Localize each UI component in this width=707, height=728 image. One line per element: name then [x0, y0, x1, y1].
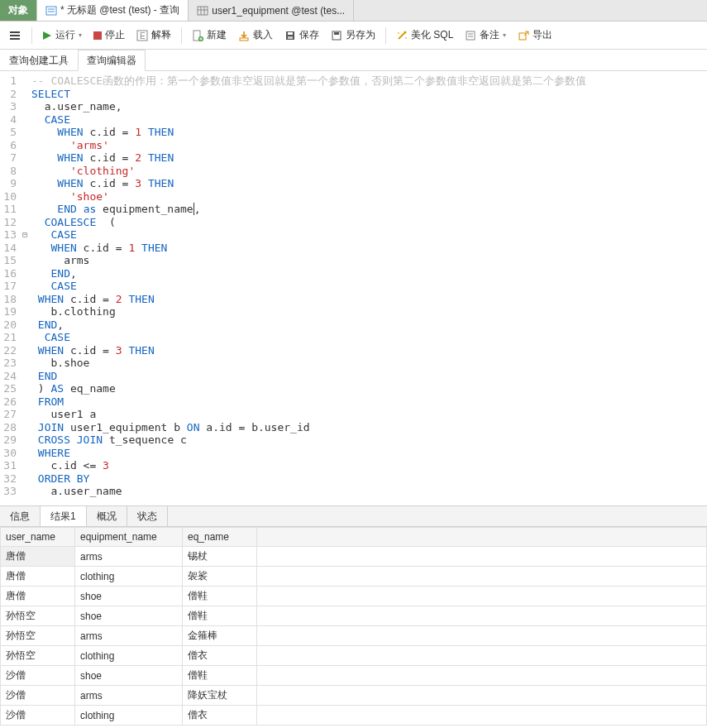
code-line[interactable]: CASE	[31, 331, 705, 344]
table-row[interactable]: 唐僧arms锡杖	[1, 547, 707, 567]
fold-marker[interactable]	[20, 305, 30, 318]
tab-info[interactable]: 信息	[0, 506, 41, 526]
fold-marker[interactable]	[20, 100, 30, 113]
tab-objects[interactable]: 对象	[0, 0, 37, 21]
new-button[interactable]: 新建	[187, 26, 232, 45]
fold-marker[interactable]	[20, 370, 30, 383]
table-row[interactable]: 孙悟空arms金箍棒	[1, 626, 707, 646]
code-line[interactable]: -- COALESCE函数的作用：第一个参数值非空返回就是第一个参数值，否则第二…	[31, 74, 705, 88]
table-cell[interactable]: arms	[75, 547, 183, 567]
code-line[interactable]: 'clothing'	[31, 165, 705, 178]
fold-marker[interactable]	[20, 421, 30, 434]
code-line[interactable]: END as equipment_name,	[31, 203, 705, 216]
tab-profile[interactable]: 概况	[87, 506, 127, 526]
fold-marker[interactable]	[20, 331, 30, 344]
table-cell[interactable]: 僧鞋	[183, 606, 257, 626]
code-line[interactable]: JOIN user1_equipment b ON a.id = b.user_…	[31, 421, 705, 434]
table-cell[interactable]: 唐僧	[1, 567, 75, 587]
export-button[interactable]: 导出	[513, 26, 557, 45]
run-button[interactable]: 运行 ▾	[37, 26, 87, 45]
code-line[interactable]: arms	[31, 254, 705, 267]
table-cell[interactable]: clothing	[75, 706, 183, 726]
table-cell[interactable]: 袈裟	[183, 567, 257, 587]
beautify-button[interactable]: 美化 SQL	[391, 26, 458, 45]
code-line[interactable]: b.shoe	[31, 357, 705, 370]
fold-marker[interactable]	[20, 447, 30, 460]
column-header[interactable]: equipment_name	[75, 528, 183, 547]
sql-editor[interactable]: 1234567891011121314151617181920212223242…	[0, 71, 707, 505]
fold-marker[interactable]	[20, 280, 30, 293]
code-line[interactable]: WHERE	[31, 447, 705, 460]
fold-marker[interactable]	[20, 293, 30, 306]
fold-marker[interactable]	[20, 165, 30, 178]
code-line[interactable]: SELECT	[31, 88, 705, 101]
code-line[interactable]: a.user_name	[31, 485, 705, 498]
table-cell[interactable]: arms	[75, 626, 183, 646]
table-cell[interactable]: 沙僧	[1, 666, 75, 686]
tab-query[interactable]: * 无标题 @test (test) - 查询	[37, 0, 189, 21]
table-cell[interactable]: 沙僧	[1, 686, 75, 706]
code-line[interactable]: FROM	[31, 395, 705, 409]
table-cell[interactable]: 僧鞋	[183, 587, 257, 606]
table-cell[interactable]: 金箍棒	[183, 626, 257, 646]
save-button[interactable]: 保存	[279, 26, 324, 45]
fold-marker[interactable]	[20, 74, 30, 88]
result-grid[interactable]: user_nameequipment_nameeq_name唐僧arms锡杖唐僧…	[0, 527, 707, 726]
table-cell[interactable]: shoe	[75, 587, 183, 606]
code-line[interactable]: END,	[31, 318, 705, 332]
table-cell[interactable]: 僧鞋	[183, 666, 257, 686]
fold-marker[interactable]	[20, 177, 30, 190]
code-line[interactable]: b.clothing	[31, 305, 705, 318]
code-line[interactable]: CASE	[31, 228, 705, 242]
explain-button[interactable]: E 解释	[131, 26, 176, 45]
code-line[interactable]: WHEN c.id = 1 THEN	[31, 126, 705, 139]
fold-marker[interactable]	[20, 472, 30, 486]
tab-table[interactable]: user1_equipment @test (tes...	[189, 0, 354, 21]
fold-marker[interactable]	[20, 485, 30, 498]
table-cell[interactable]: 唐僧	[1, 547, 75, 567]
table-cell[interactable]: 孙悟空	[1, 626, 75, 646]
table-row[interactable]: 沙僧shoe僧鞋	[1, 666, 707, 686]
table-cell[interactable]: arms	[75, 686, 183, 706]
table-cell[interactable]: 僧衣	[183, 646, 257, 666]
code-line[interactable]: WHEN c.id = 2 THEN	[31, 293, 705, 306]
table-row[interactable]: 孙悟空shoe僧鞋	[1, 606, 707, 626]
code-line[interactable]: END	[31, 370, 705, 383]
code-line[interactable]: WHEN c.id = 2 THEN	[31, 151, 705, 165]
tab-builder[interactable]: 查询创建工具	[0, 50, 78, 70]
code-line[interactable]: WHEN c.id = 3 THEN	[31, 177, 705, 190]
fold-marker[interactable]	[20, 382, 30, 395]
table-row[interactable]: 沙僧clothing僧衣	[1, 706, 707, 726]
fold-marker[interactable]	[20, 126, 30, 139]
tab-status[interactable]: 状态	[127, 506, 168, 526]
menu-button[interactable]	[3, 27, 26, 44]
stop-button[interactable]: 停止	[88, 26, 130, 45]
code-line[interactable]: END,	[31, 267, 705, 280]
table-cell[interactable]: clothing	[75, 646, 183, 666]
notes-button[interactable]: 备注 ▾	[460, 26, 511, 45]
fold-marker[interactable]	[20, 433, 30, 447]
code-line[interactable]: CROSS JOIN t_sequence c	[31, 433, 705, 447]
code-line[interactable]: WHEN c.id = 1 THEN	[31, 242, 705, 255]
fold-marker[interactable]	[20, 216, 30, 229]
table-cell[interactable]: 锡杖	[183, 547, 257, 567]
table-cell[interactable]: 孙悟空	[1, 646, 75, 666]
code-line[interactable]: 'shoe'	[31, 190, 705, 204]
fold-marker[interactable]	[20, 254, 30, 267]
fold-marker[interactable]	[20, 113, 30, 127]
table-row[interactable]: 唐僧clothing袈裟	[1, 567, 707, 587]
code-line[interactable]: ) AS eq_name	[31, 382, 705, 395]
fold-marker[interactable]	[20, 88, 30, 101]
code-line[interactable]: WHEN c.id = 3 THEN	[31, 344, 705, 357]
tab-editor[interactable]: 查询编辑器	[78, 50, 146, 71]
code-line[interactable]: 'arms'	[31, 139, 705, 152]
fold-marker[interactable]	[20, 151, 30, 165]
code-line[interactable]: CASE	[31, 113, 705, 127]
column-header[interactable]: eq_name	[183, 528, 257, 547]
saveas-button[interactable]: 另存为	[326, 26, 380, 45]
code-line[interactable]: COALESCE (	[31, 216, 705, 229]
table-row[interactable]: 沙僧arms降妖宝杖	[1, 686, 707, 706]
code-line[interactable]: user1 a	[31, 408, 705, 421]
table-cell[interactable]: 降妖宝杖	[183, 686, 257, 706]
table-cell[interactable]: 沙僧	[1, 706, 75, 726]
